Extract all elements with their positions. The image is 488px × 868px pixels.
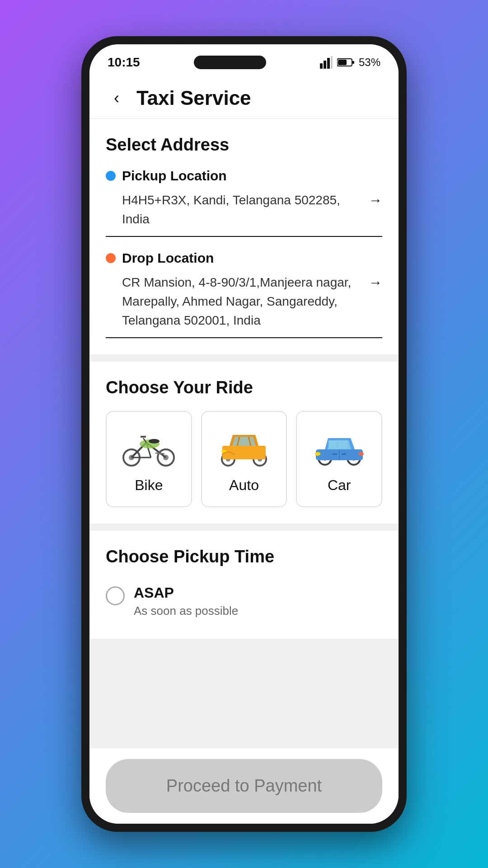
pickup-text: H4H5+R3X, Kandi, Telangana 502285, India [122,191,364,229]
notch [194,56,266,69]
drop-label: Drop Location [122,250,214,266]
svg-point-36 [358,452,364,456]
header: ‹ Taxi Service [89,76,399,119]
ride-section-title: Choose Your Ride [106,378,382,397]
ride-label-bike: Bike [135,477,163,494]
svg-point-18 [149,439,160,443]
svg-rect-34 [338,440,347,448]
back-button[interactable]: ‹ [106,87,127,109]
svg-rect-38 [333,453,337,455]
car-icon [312,427,366,467]
drop-dot [106,253,116,263]
asap-radio[interactable] [106,586,125,605]
ride-grid: Bike [106,411,382,507]
svg-point-35 [315,452,320,456]
svg-rect-1 [324,61,326,69]
ride-card-car[interactable]: Car [296,411,382,507]
auto-icon [217,427,271,467]
svg-rect-2 [327,58,330,69]
pickup-value-row[interactable]: H4H5+R3X, Kandi, Telangana 502285, India… [106,186,382,237]
svg-rect-39 [342,453,346,455]
proceed-button[interactable]: Proceed to Payment [106,759,382,813]
status-time: 10:15 [108,55,140,70]
pickup-arrow-icon: → [369,193,382,208]
pickup-time-section: Choose Pickup Time ASAP As soon as possi… [89,531,399,639]
battery-icon [337,58,354,67]
ride-card-auto[interactable]: Auto [201,411,287,507]
svg-rect-33 [328,440,337,448]
status-bar: 10:15 53% [89,44,399,76]
car-icon-container [310,425,369,470]
ride-card-bike[interactable]: Bike [106,411,192,507]
ride-section: Choose Your Ride [89,362,399,524]
asap-radio-inner [111,591,120,600]
signal-icon [320,56,333,69]
phone-frame: 10:15 53% [81,36,407,832]
svg-rect-5 [338,60,347,65]
proceed-section: Proceed to Payment [89,748,399,824]
auto-icon-container [215,425,273,470]
asap-option[interactable]: ASAP As soon as possible [106,580,382,623]
address-section: Select Address Pickup Location H4H5+R3X,… [89,119,399,354]
asap-content: ASAP As soon as possible [134,585,238,618]
screen: 10:15 53% [89,44,399,824]
drop-value-row[interactable]: CR Mansion, 4-8-90/3/1,Manjeera nagar, M… [106,269,382,338]
drop-label-row: Drop Location [106,250,382,266]
drop-text: CR Mansion, 4-8-90/3/1,Manjeera nagar, M… [122,273,364,330]
location-separator [106,237,382,250]
svg-rect-3 [331,56,333,69]
address-section-title: Select Address [106,135,382,155]
pickup-location-row: Pickup Location H4H5+R3X, Kandi, Telanga… [106,168,382,237]
ride-label-auto: Auto [229,477,259,494]
bottom-spacer [89,646,399,653]
svg-rect-0 [320,63,323,69]
bike-icon-container [119,425,178,470]
bike-icon [122,427,176,467]
drop-arrow-icon: → [369,275,382,290]
scroll-area: Select Address Pickup Location H4H5+R3X,… [89,119,399,748]
pickup-time-title: Choose Pickup Time [106,547,382,566]
svg-line-19 [155,453,164,454]
status-icons: 53% [320,56,380,69]
ride-label-car: Car [328,477,351,494]
page-title: Taxi Service [136,87,251,109]
asap-title: ASAP [134,585,238,601]
battery-label: 53% [359,56,380,69]
pickup-label: Pickup Location [122,168,227,184]
drop-location-row: Drop Location CR Mansion, 4-8-90/3/1,Man… [106,250,382,338]
svg-rect-6 [352,61,354,64]
pickup-dot [106,171,116,181]
pickup-label-row: Pickup Location [106,168,382,184]
asap-subtitle: As soon as possible [134,604,238,618]
back-chevron-icon: ‹ [114,90,119,106]
